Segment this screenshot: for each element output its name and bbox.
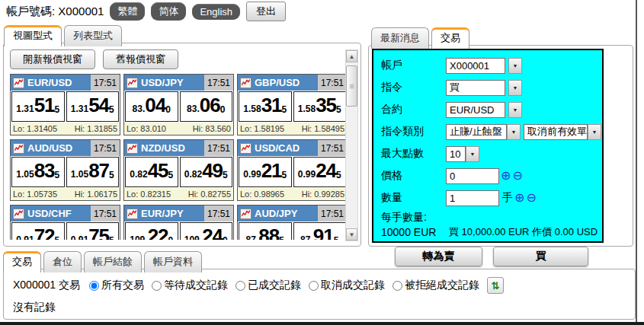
new-quote-window-button[interactable]: 開新報價視窗 xyxy=(10,49,95,69)
bid-price-button[interactable]: 83.040 xyxy=(125,91,178,122)
chart-icon xyxy=(240,78,252,88)
price-increment-button[interactable]: ⊕ xyxy=(501,170,511,182)
validity-select[interactable]: 取消前有效單 ▼ xyxy=(524,124,601,140)
bid-price-button[interactable]: 1.58315 xyxy=(239,91,292,122)
order-side-select[interactable]: 買 ▼ xyxy=(446,80,522,96)
lang-traditional-button[interactable]: 繁體 xyxy=(110,2,145,21)
quote-low: Lo: 83.010 xyxy=(127,124,166,133)
tab-trade[interactable]: 交易 xyxy=(431,27,469,49)
ask-price-button[interactable]: 0.99245 xyxy=(293,157,346,187)
quantity-input[interactable] xyxy=(446,190,499,206)
bid-price-button[interactable]: 0.82455 xyxy=(125,157,178,187)
chevron-down-icon[interactable]: ▼ xyxy=(466,146,479,162)
bid-price-button[interactable]: 1.31515 xyxy=(11,91,65,122)
quote-time: 17:51 xyxy=(204,140,233,156)
ask-main: 35 xyxy=(316,95,336,115)
ask-price-button[interactable]: 109.240 xyxy=(180,222,233,240)
contract-select[interactable]: EUR/USD ▼ xyxy=(446,102,522,118)
quote-prices: 87.885 87.915 xyxy=(238,221,345,240)
quote-tile: AUD/JPY 17:51 87.885 87.915 xyxy=(237,205,345,240)
ask-sub: 5 xyxy=(334,235,339,240)
order-side-value: 買 xyxy=(446,80,505,96)
ask-prefix: 0.99 xyxy=(298,169,316,180)
quote-prices: 0.99215 0.99245 xyxy=(238,156,345,188)
quote-prices: 1.58315 1.58355 xyxy=(238,91,345,123)
filter-radio[interactable] xyxy=(392,281,402,291)
chevron-down-icon[interactable]: ▼ xyxy=(588,124,601,140)
price-decrement-button[interactable]: ⊖ xyxy=(512,170,522,182)
chevron-down-icon[interactable]: ▼ xyxy=(508,102,522,118)
quantity-decrement-button[interactable]: ⊖ xyxy=(526,192,536,204)
quote-tile-header: EUR/JPY 17:51 xyxy=(124,206,233,221)
order-type-select[interactable]: 止賺/止蝕盤 ▼ xyxy=(446,124,521,140)
quotes-scrollbar[interactable]: ▲ ≡ ▼ xyxy=(345,49,358,241)
tab-view-mode[interactable]: 視圖型式 xyxy=(4,25,62,46)
scroll-up-button[interactable]: ▲ xyxy=(346,50,357,62)
filter-radio[interactable] xyxy=(235,281,245,291)
lang-simplified-button[interactable]: 简体 xyxy=(151,2,186,21)
scroll-thumb[interactable]: ≡ xyxy=(346,65,357,107)
bid-price-button[interactable]: 1.05835 xyxy=(11,157,65,187)
ask-price-button[interactable]: 1.05875 xyxy=(66,157,120,187)
ask-price-button[interactable]: 0.82495 xyxy=(180,157,233,187)
filter-radio-option[interactable]: 取消成交記錄 xyxy=(309,279,385,292)
quote-high: Hi: 0.82755 xyxy=(188,190,231,199)
quotes-grid: EUR/USD 17:51 1.31515 1.31545 xyxy=(10,74,345,240)
ask-prefix: 1.05 xyxy=(71,169,88,180)
bid-price-button[interactable]: 0.99215 xyxy=(239,157,292,187)
bid-main: 22 xyxy=(148,226,168,240)
tab-list-mode[interactable]: 列表型式 xyxy=(64,25,122,46)
order-side-label: 指令 xyxy=(381,81,446,94)
tab-positions[interactable]: 倉位 xyxy=(43,251,82,272)
ask-prefix: 1.58 xyxy=(298,104,316,114)
ask-price-button[interactable]: 1.31545 xyxy=(66,91,120,122)
bid-price-button[interactable]: 0.91725 xyxy=(11,222,65,240)
ask-main: 06 xyxy=(200,95,220,115)
price-input[interactable] xyxy=(446,168,499,184)
quote-tile-header: AUD/JPY 17:51 xyxy=(238,206,345,221)
filter-radio-label: 取消成交記錄 xyxy=(321,279,385,292)
quote-time: 17:51 xyxy=(91,75,120,91)
lots-unit-label: 手 xyxy=(502,191,513,205)
filter-radio-option[interactable]: 等待成交記錄 xyxy=(152,279,228,292)
tab-account-balance[interactable]: 帳戶結餘 xyxy=(84,251,142,272)
tab-news[interactable]: 最新消息 xyxy=(371,27,429,49)
bid-price-button[interactable]: 87.885 xyxy=(239,222,292,240)
chevron-down-icon[interactable]: ▼ xyxy=(508,80,522,96)
ask-price-button[interactable]: 1.58355 xyxy=(293,91,346,122)
account-select[interactable]: X000001 ▼ xyxy=(446,58,522,74)
chevron-down-icon[interactable]: ▼ xyxy=(507,124,521,140)
logout-button[interactable]: 登出 xyxy=(246,2,286,21)
records-filter-row: X000001 交易 所有交易 等待成交記錄 已成交記錄 取消成交記錄 被拒絕成… xyxy=(4,269,635,294)
filter-radio[interactable] xyxy=(309,281,319,291)
buy-button[interactable]: 買 xyxy=(493,247,588,266)
bid-sub: 0 xyxy=(168,235,174,240)
filter-radio-option[interactable]: 已成交記錄 xyxy=(235,279,301,292)
scroll-down-button[interactable]: ▼ xyxy=(346,228,357,241)
quote-tile: NZD/USD 17:51 0.82455 0.82495 xyxy=(123,139,234,201)
filter-radio[interactable] xyxy=(89,281,99,291)
bid-price-button[interactable]: 109.220 xyxy=(125,222,178,240)
max-points-select[interactable]: 10 ▼ xyxy=(446,146,479,162)
tab-account-info[interactable]: 帳戶資料 xyxy=(144,251,202,272)
old-quote-window-button[interactable]: 舊報價視窗 xyxy=(103,49,178,69)
bid-prefix: 0.82 xyxy=(130,169,147,180)
refresh-button[interactable]: ⇅ xyxy=(487,277,504,294)
max-points-value: 10 xyxy=(446,146,466,162)
ask-sub: 0 xyxy=(220,104,226,115)
ask-price-button[interactable]: 0.91755 xyxy=(66,222,120,240)
per-lot-value: 10000 EUR xyxy=(381,226,446,238)
lang-english-button[interactable]: English xyxy=(192,4,240,20)
account-number-value: X000001 xyxy=(58,5,104,18)
ask-sub: 5 xyxy=(109,235,114,240)
filter-radio[interactable] xyxy=(152,281,162,291)
ask-price-button[interactable]: 87.915 xyxy=(293,222,346,240)
filter-radio-option[interactable]: 所有交易 xyxy=(89,279,144,292)
chevron-down-icon[interactable]: ▼ xyxy=(508,58,522,74)
chart-icon xyxy=(127,78,138,88)
switch-to-sell-button[interactable]: 轉為賣 xyxy=(395,247,482,266)
quantity-increment-button[interactable]: ⊕ xyxy=(514,192,524,204)
ask-price-button[interactable]: 83.060 xyxy=(180,91,233,122)
filter-radio-option[interactable]: 被拒絕成交記錄 xyxy=(392,279,479,292)
tab-trades[interactable]: 交易 xyxy=(3,251,41,272)
